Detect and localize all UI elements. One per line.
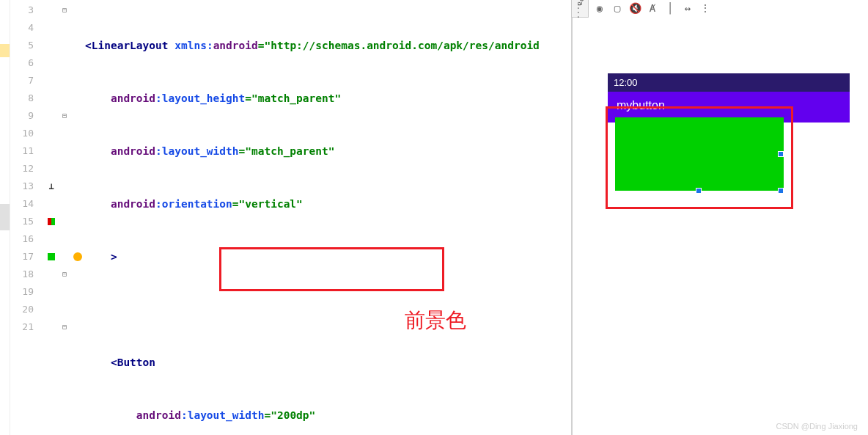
app-title: mybutton: [617, 99, 665, 112]
xml-ns: android: [213, 40, 258, 51]
xml-bracket: <: [85, 40, 92, 51]
xml-eq: =: [239, 145, 246, 157]
preview-button-widget[interactable]: [615, 117, 784, 191]
xml-value: "http://schemas.android.com/apk/res/andr…: [264, 40, 539, 51]
xml-eq: =: [245, 92, 251, 104]
gutter-icon-strip: [44, 0, 59, 435]
color-swatch-icon[interactable]: [48, 218, 55, 225]
xml-attr: xmlns:: [174, 40, 213, 51]
separator: │: [663, 1, 677, 15]
intention-bulb-icon[interactable]: [73, 252, 82, 261]
xml-bracket: <: [111, 357, 117, 368]
xml-tag: LinearLayout: [92, 40, 169, 51]
xml-value: "match_parent": [245, 145, 334, 157]
fold-gutter: ⊟ ⊟ ⊟⊟: [59, 0, 70, 435]
device-preview[interactable]: 12:00 mybutton: [608, 73, 850, 123]
xml-value: "vertical": [239, 198, 303, 210]
xml-bracket: >: [111, 251, 117, 263]
palette-tab[interactable]: Pa...: [571, 0, 589, 18]
xml-ns: android: [136, 409, 181, 421]
annotation-label: 前景色: [405, 312, 466, 329]
layout-preview-pane: Pa... ◉ ▢ 🔇 Ⱥ │ ↔ ⋮ 12:00 mybutton CSDN …: [572, 0, 868, 435]
watermark-text: CSDN @Ding Jiaxiong: [776, 422, 858, 431]
xml-ns: android: [111, 145, 155, 157]
xml-ns: android: [111, 198, 155, 210]
xml-attr: :layout_height: [155, 92, 245, 104]
code-editor-pane: 3456789 10111213141516 1718192021 ⊟ ⊟ ⊟⊟…: [0, 0, 572, 435]
preview-toolbar: ◉ ▢ 🔇 Ⱥ │ ↔ ⋮: [589, 0, 716, 16]
device-appbar: mybutton: [608, 92, 850, 118]
viewport-icon[interactable]: ▢: [611, 1, 624, 15]
accessibility-icon: [48, 178, 54, 195]
xml-attr: :orientation: [155, 198, 232, 210]
xml-tag: Button: [117, 357, 155, 368]
change-mark: [0, 204, 10, 230]
xml-value: "200dp": [271, 409, 315, 421]
change-track-strip: [0, 0, 10, 435]
color-swatch-icon[interactable]: [48, 253, 55, 260]
intention-gutter: [70, 0, 85, 435]
selection-handle[interactable]: [696, 188, 702, 194]
selection-handle[interactable]: [778, 188, 784, 194]
code-text-area[interactable]: <LinearLayout xmlns:android="http://sche…: [85, 0, 571, 435]
overflow-menu-icon[interactable]: ⋮: [699, 1, 712, 15]
xml-eq: =: [264, 409, 271, 421]
device-statusbar: 12:00: [608, 73, 850, 92]
xml-eq: =: [232, 198, 239, 210]
xml-value: "match_parent": [251, 92, 341, 104]
xml-attr: :layout_width: [181, 409, 265, 421]
pan-icon[interactable]: ↔: [681, 1, 694, 15]
override-icon[interactable]: Ⱥ: [646, 1, 659, 15]
eye-icon[interactable]: ◉: [593, 1, 606, 15]
xml-attr: :layout_width: [155, 145, 239, 157]
status-time: 12:00: [614, 77, 638, 88]
change-mark: [0, 44, 10, 57]
xml-ns: android: [111, 92, 155, 104]
line-number-gutter: 3456789 10111213141516 1718192021: [10, 0, 44, 435]
mute-icon[interactable]: 🔇: [628, 1, 641, 15]
selection-handle[interactable]: [778, 151, 784, 157]
